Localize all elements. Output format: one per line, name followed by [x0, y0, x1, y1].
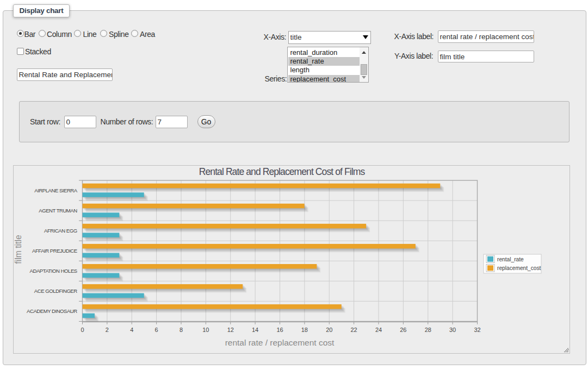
svg-text:ADAPTATION HOLES: ADAPTATION HOLES — [30, 268, 77, 274]
svg-text:Rental Rate and Replacement Co: Rental Rate and Replacement Cost of Film… — [199, 166, 366, 177]
svg-text:rental rate / replacement cost: rental rate / replacement cost — [225, 338, 335, 347]
svg-text:10: 10 — [202, 327, 209, 333]
svg-text:4: 4 — [130, 327, 133, 333]
svg-text:ACADEMY DINOSAUR: ACADEMY DINOSAUR — [27, 308, 77, 314]
svg-text:0: 0 — [81, 327, 84, 333]
svg-text:30: 30 — [449, 327, 456, 333]
svg-text:28: 28 — [425, 327, 431, 333]
svg-text:AFRICAN EGG: AFRICAN EGG — [44, 228, 77, 234]
svg-text:20: 20 — [326, 327, 332, 333]
svg-text:AFFAIR PREJUDICE: AFFAIR PREJUDICE — [32, 248, 77, 254]
svg-text:26: 26 — [400, 327, 406, 333]
svg-text:8: 8 — [180, 327, 183, 333]
svg-text:14: 14 — [252, 327, 258, 333]
svg-text:AIRPLANE SIERRA: AIRPLANE SIERRA — [34, 187, 77, 193]
svg-text:18: 18 — [301, 327, 308, 333]
svg-text:rental_rate: rental_rate — [497, 256, 524, 262]
svg-text:22: 22 — [350, 327, 357, 333]
svg-text:16: 16 — [276, 327, 283, 333]
svg-text:film title: film title — [14, 235, 23, 264]
svg-text:12: 12 — [227, 327, 234, 333]
svg-text:AGENT TRUMAN: AGENT TRUMAN — [39, 208, 77, 214]
svg-text:2: 2 — [106, 327, 109, 333]
svg-text:32: 32 — [474, 327, 480, 333]
svg-text:24: 24 — [375, 327, 382, 333]
svg-text:6: 6 — [155, 327, 158, 333]
svg-text:replacement_cost: replacement_cost — [497, 265, 541, 271]
svg-text:ACE GOLDFINGER: ACE GOLDFINGER — [34, 288, 77, 294]
